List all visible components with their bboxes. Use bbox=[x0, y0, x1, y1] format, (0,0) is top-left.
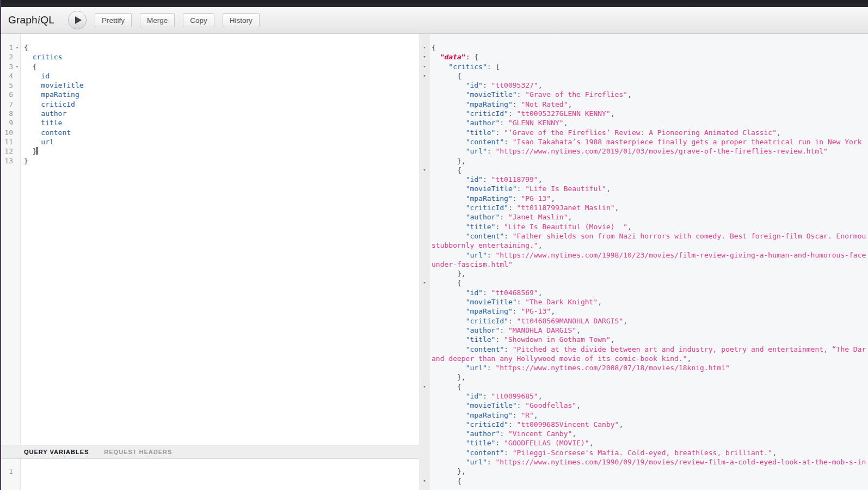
query-editor-pane[interactable]: 1▾{2 critics3▾ {4 id5 movieTitle6 mpaRat… bbox=[0, 34, 419, 445]
token-p: { bbox=[457, 383, 461, 391]
fold-gutter bbox=[13, 156, 21, 166]
token-p: , bbox=[615, 204, 619, 212]
token-p: , bbox=[687, 354, 692, 363]
line-number: 8 bbox=[0, 109, 13, 118]
code-text: "url": "https://www.nytimes.com/1998/10/… bbox=[430, 250, 866, 260]
token-k: "criticId" bbox=[466, 420, 508, 428]
result-line: stubbornly entertaining.", bbox=[419, 241, 868, 250]
fold-arrow-icon[interactable]: ▾ bbox=[13, 62, 21, 71]
token-t bbox=[432, 298, 466, 306]
token-t bbox=[432, 279, 457, 287]
token-p: : bbox=[504, 138, 513, 146]
token-k: "content" bbox=[466, 449, 504, 457]
token-t bbox=[432, 128, 466, 137]
token-t bbox=[24, 53, 33, 61]
execute-query-button[interactable] bbox=[68, 11, 87, 29]
token-p: : bbox=[487, 147, 496, 155]
fold-gutter bbox=[419, 212, 430, 222]
token-t bbox=[432, 326, 466, 334]
result-line: "id": "tt0095327", bbox=[419, 81, 868, 90]
token-k: "id" bbox=[466, 392, 483, 400]
token-k: "movieTitle" bbox=[466, 401, 517, 409]
code-text: "mpaRating": "PG-13", bbox=[430, 307, 555, 316]
fold-arrow-icon[interactable]: ▾ bbox=[419, 278, 430, 287]
token-p: : bbox=[517, 298, 526, 306]
line-number: 7 bbox=[0, 100, 13, 109]
token-t bbox=[432, 307, 466, 315]
token-k: "critics" bbox=[448, 63, 487, 71]
token-p: , bbox=[589, 439, 594, 447]
token-s: "Janet Maslin" bbox=[508, 213, 568, 221]
token-p: , bbox=[606, 185, 611, 193]
token-p: , bbox=[777, 128, 781, 137]
token-k: "url" bbox=[466, 364, 487, 372]
token-p: : bbox=[487, 251, 496, 259]
copy-button[interactable]: Copy bbox=[183, 13, 214, 27]
fold-gutter bbox=[13, 100, 21, 109]
fold-arrow-icon[interactable]: ▾ bbox=[419, 166, 430, 175]
token-k: "id" bbox=[466, 289, 483, 297]
token-k: "criticId" bbox=[466, 109, 508, 118]
token-p: : bbox=[504, 345, 513, 353]
fold-arrow-icon[interactable]: ▾ bbox=[419, 476, 430, 486]
code-text: "mpaRating": "PG-13", bbox=[430, 194, 555, 203]
fold-gutter bbox=[419, 118, 430, 127]
code-text: { bbox=[430, 43, 436, 52]
history-button[interactable]: History bbox=[223, 13, 260, 27]
token-p: : bbox=[513, 194, 521, 203]
result-line: ▾ "critics": [ bbox=[419, 62, 868, 71]
token-s: "https://www.nytimes.com/1998/10/23/movi… bbox=[495, 251, 866, 259]
token-p: , bbox=[572, 430, 576, 438]
fold-gutter bbox=[419, 326, 430, 335]
token-t bbox=[432, 430, 466, 438]
token-t bbox=[432, 383, 457, 391]
result-line: "criticId": "tt0095327GLENN KENNY", bbox=[419, 109, 868, 118]
fold-gutter bbox=[419, 438, 430, 448]
merge-button[interactable]: Merge bbox=[140, 13, 175, 27]
token-k: "mpaRating" bbox=[466, 194, 513, 203]
token-s: "Pitched at the divide between art and i… bbox=[513, 345, 866, 353]
query-variables-editor[interactable]: 1 bbox=[0, 459, 419, 490]
fold-gutter bbox=[419, 297, 430, 307]
token-p: , bbox=[551, 194, 555, 203]
token-p: : bbox=[504, 449, 513, 457]
fold-arrow-icon[interactable]: ▾ bbox=[419, 43, 430, 52]
fold-arrow-icon[interactable]: ▾ bbox=[419, 382, 430, 391]
query-line: 5 movieTitle bbox=[0, 81, 419, 90]
fold-gutter bbox=[13, 81, 21, 90]
query-line: 10 content bbox=[0, 128, 419, 137]
token-p: , bbox=[772, 449, 777, 457]
token-p: : bbox=[483, 81, 491, 89]
tab-request-headers[interactable]: REQUEST HEADERS bbox=[104, 449, 172, 455]
query-editor[interactable]: 1▾{2 critics3▾ {4 id5 movieTitle6 mpaRat… bbox=[0, 34, 419, 166]
fold-gutter bbox=[419, 100, 430, 109]
fold-arrow-icon[interactable]: ▾ bbox=[419, 62, 430, 71]
token-p: { bbox=[33, 63, 37, 71]
result-line: "title": "Showdown in Gotham Town", bbox=[419, 335, 868, 344]
result-line: "content": "Pitched at the divide betwee… bbox=[419, 345, 868, 354]
token-t bbox=[432, 185, 466, 193]
variables-header-bar: QUERY VARIABLES REQUEST HEADERS bbox=[0, 445, 419, 459]
query-line: 13} bbox=[0, 156, 419, 166]
result-viewer-pane[interactable]: ▾{▾ "data": {▾ "critics": [▾ { "id": "tt… bbox=[419, 34, 868, 490]
result-line: ▾ { bbox=[419, 71, 868, 81]
query-line: 3▾ { bbox=[0, 62, 419, 71]
result-line: ▾ { bbox=[419, 476, 868, 486]
tab-query-variables[interactable]: QUERY VARIABLES bbox=[24, 449, 89, 455]
result-line: }, bbox=[419, 467, 868, 476]
graphiql-logo: GraphiQL bbox=[8, 14, 54, 26]
token-p: }, bbox=[457, 373, 466, 381]
fold-arrow-icon[interactable]: ▾ bbox=[419, 52, 430, 62]
token-k: "content" bbox=[466, 138, 504, 146]
result-line: and deeper than any Hollywood movie of i… bbox=[419, 354, 868, 363]
fold-arrow-icon[interactable]: ▾ bbox=[419, 71, 430, 81]
token-s: "tt0099685" bbox=[491, 392, 538, 400]
line-number: 9 bbox=[0, 118, 13, 127]
fold-gutter bbox=[419, 335, 430, 344]
line-number: 5 bbox=[0, 81, 13, 90]
code-text: "mpaRating": "R", bbox=[430, 411, 538, 420]
result-line: "mpaRating": "PG-13", bbox=[419, 307, 868, 316]
line-number: 6 bbox=[0, 90, 13, 99]
fold-arrow-icon[interactable]: ▾ bbox=[13, 43, 21, 52]
prettify-button[interactable]: Prettify bbox=[95, 13, 132, 27]
